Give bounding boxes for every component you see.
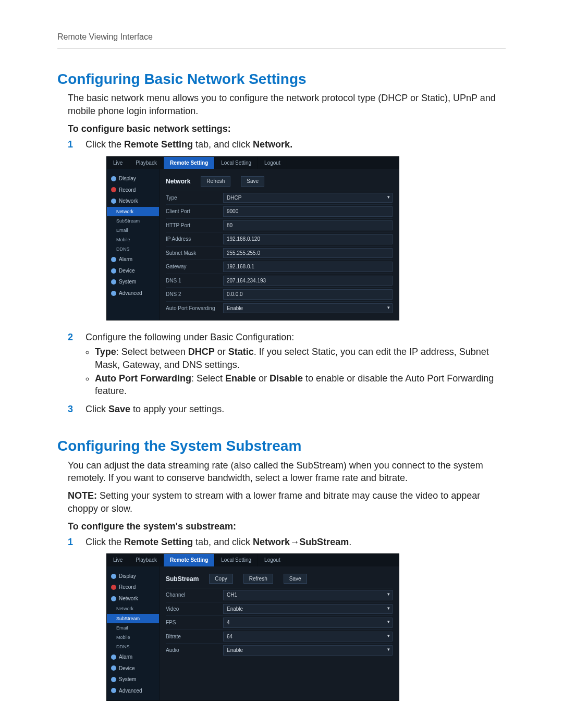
sidebar-item[interactable]: System: [107, 276, 159, 288]
text-field[interactable]: 80: [223, 220, 393, 231]
sidebar-item[interactable]: System: [107, 674, 159, 685]
text-field[interactable]: 9000: [223, 206, 393, 217]
sidebar-item[interactable]: Record: [107, 184, 159, 196]
step-number: 1: [68, 536, 77, 708]
sidebar-subitem[interactable]: Mobile: [107, 633, 159, 642]
field-label: DNS 1: [166, 277, 223, 285]
form-row: DNS 20.0.0.0: [166, 287, 393, 301]
sidebar-subitem[interactable]: Email: [107, 623, 159, 633]
text-field[interactable]: 192.168.0.1: [223, 262, 393, 272]
step-body: Click the Remote Setting tab, and click …: [85, 536, 506, 708]
ui-tab[interactable]: Playback: [129, 157, 164, 169]
form-row: Client Port9000: [166, 204, 393, 218]
note: NOTE: Setting your system to stream with…: [68, 489, 506, 515]
ui-tab[interactable]: Remote Setting: [164, 157, 215, 169]
form-row: ChannelCH1: [166, 588, 393, 602]
select-field[interactable]: 4: [223, 618, 393, 628]
ui-tab[interactable]: Live: [107, 157, 129, 169]
section-title-substream: Configuring the System Substream: [57, 436, 506, 456]
sidebar-icon: [111, 665, 116, 671]
form-row: VideoEnable: [166, 602, 393, 616]
form-row: DNS 1207.164.234.193: [166, 274, 393, 288]
sidebar-item[interactable]: Display: [107, 571, 159, 582]
sidebar-item[interactable]: Device: [107, 663, 159, 674]
form-row: IP Address192.168.0.120: [166, 232, 393, 246]
save-button[interactable]: Save: [284, 574, 307, 584]
form-row: FPS4: [166, 615, 393, 630]
field-label: Channel: [166, 591, 223, 599]
sidebar-item[interactable]: Network: [107, 195, 159, 207]
field-label: IP Address: [166, 236, 223, 243]
text-field[interactable]: 255.255.255.0: [223, 248, 393, 258]
sidebar-icon: [111, 291, 116, 296]
ui-tab[interactable]: Logout: [258, 157, 287, 169]
text-field[interactable]: 207.164.234.193: [223, 276, 393, 286]
sidebar-subitem[interactable]: Email: [107, 226, 159, 235]
bullet-item: Type: Select between DHCP or Static. If …: [95, 346, 506, 371]
section-intro: The basic network menu allows you to con…: [68, 92, 506, 117]
procedure-heading: To configure basic network settings:: [68, 122, 506, 135]
bullet-item: Auto Port Forwarding: Select Enable or D…: [95, 372, 506, 398]
sidebar-subitem[interactable]: DDNS: [107, 244, 159, 254]
field-label: Gateway: [166, 263, 223, 270]
select-field[interactable]: Enable: [223, 303, 393, 314]
refresh-button[interactable]: Refresh: [243, 574, 273, 584]
sidebar-item[interactable]: Alarm: [107, 254, 159, 265]
sidebar-icon: [111, 257, 116, 262]
step-body: Configure the following under Basic Conf…: [85, 331, 506, 399]
sidebar-item[interactable]: Alarm: [107, 651, 159, 663]
running-header: Remote Viewing Interface: [57, 31, 506, 48]
sidebar-item[interactable]: Device: [107, 265, 159, 277]
form-row: TypeDHCP: [166, 191, 393, 205]
sidebar-item[interactable]: Advanced: [107, 685, 159, 697]
form-row: AudioEnable: [166, 643, 393, 657]
sidebar-item[interactable]: Record: [107, 582, 159, 593]
sidebar-item[interactable]: Display: [107, 173, 159, 184]
field-label: Client Port: [166, 208, 223, 215]
sidebar-item[interactable]: Advanced: [107, 288, 159, 299]
step-body: Click the Remote Setting tab, and click …: [85, 138, 506, 328]
refresh-button[interactable]: Refresh: [201, 176, 230, 187]
select-field[interactable]: 64: [223, 632, 393, 642]
sidebar-item[interactable]: Network: [107, 593, 159, 604]
sidebar-subitem[interactable]: DDNS: [107, 642, 159, 651]
sidebar-icon: [111, 268, 116, 274]
ui-tab[interactable]: Logout: [258, 554, 287, 566]
ui-tab[interactable]: Playback: [129, 554, 164, 566]
ui-tab[interactable]: Local Setting: [215, 157, 258, 169]
form-row: Subnet Mask255.255.255.0: [166, 246, 393, 260]
select-field[interactable]: Enable: [223, 645, 393, 656]
sidebar-icon: [111, 688, 116, 693]
sidebar-icon: [111, 187, 116, 192]
sidebar-subitem[interactable]: SubStream: [107, 216, 159, 226]
field-label: DNS 2: [166, 291, 223, 298]
sidebar-icon: [111, 176, 116, 181]
select-field[interactable]: Enable: [223, 604, 393, 614]
sidebar-icon: [111, 199, 116, 204]
field-label: Bitrate: [166, 633, 223, 640]
text-field[interactable]: 0.0.0.0: [223, 289, 393, 300]
ui-tab[interactable]: Remote Setting: [164, 554, 215, 566]
step-body: Click Save to apply your settings.: [85, 403, 506, 415]
select-field[interactable]: CH1: [223, 590, 393, 600]
copy-button[interactable]: Copy: [209, 574, 232, 584]
section-intro: You can adjust the data streaming rate (…: [68, 459, 506, 485]
section-title-network: Configuring Basic Network Settings: [57, 69, 506, 89]
select-field[interactable]: DHCP: [223, 193, 393, 203]
save-button[interactable]: Save: [241, 176, 264, 187]
ui-tab[interactable]: Local Setting: [215, 554, 258, 566]
procedure-heading: To configure the system's substream:: [68, 520, 506, 533]
sidebar-icon: [111, 574, 116, 579]
sidebar-subitem[interactable]: Mobile: [107, 235, 159, 244]
sidebar-subitem[interactable]: Network: [107, 604, 159, 613]
field-label: HTTP Port: [166, 222, 223, 229]
form-row: Gateway192.168.0.1: [166, 260, 393, 274]
sidebar-subitem[interactable]: SubStream: [107, 614, 159, 623]
ui-tab[interactable]: Live: [107, 554, 129, 566]
panel-title: Network: [166, 177, 190, 186]
sidebar-icon: [111, 279, 116, 285]
sidebar-subitem[interactable]: Network: [107, 207, 159, 216]
text-field[interactable]: 192.168.0.120: [223, 234, 393, 244]
step-number: 3: [68, 403, 77, 415]
sidebar-icon: [111, 585, 116, 590]
